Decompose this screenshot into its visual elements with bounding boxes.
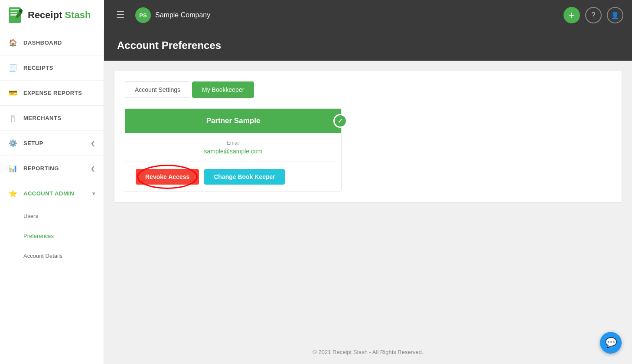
add-button[interactable]: +: [564, 7, 580, 23]
bookkeeper-name: Partner Sample: [206, 117, 261, 125]
sidebar-item-reporting[interactable]: 📊 REPORTING ❮: [0, 156, 104, 181]
sidebar-sub-preferences[interactable]: Preferences: [0, 226, 104, 246]
sidebar-label-dashboard: DASHBOARD: [23, 39, 62, 46]
setup-icon: ⚙️: [9, 139, 17, 147]
tab-my-bookkeeper[interactable]: My Bookkeeper: [192, 81, 254, 98]
content-header: Account Preferences: [104, 30, 632, 61]
sidebar-label-setup: SETUP: [23, 140, 43, 146]
email-value: sample@sample.com: [136, 148, 331, 155]
logo-text: Receipt Stash: [28, 10, 91, 21]
sidebar-label-merchants: MERCHANTS: [23, 115, 62, 121]
profile-button[interactable]: 👤: [607, 7, 623, 23]
sidebar-label-account-details: Account Details: [23, 253, 62, 259]
reporting-icon: 📊: [9, 164, 17, 172]
bookkeeper-email-section: Email sample@sample.com: [125, 133, 341, 162]
sidebar-item-expense-reports[interactable]: 💳 EXPENSE REPORTS: [0, 81, 104, 106]
main-layout: 🏠 DASHBOARD 🧾 RECEIPTS 💳 EXPENSE REPORTS…: [0, 30, 632, 364]
receipts-icon: 🧾: [9, 64, 17, 72]
chat-button[interactable]: 💬: [600, 332, 622, 354]
expense-reports-icon: 💳: [9, 89, 17, 97]
sidebar-sub-account-details[interactable]: Account Details: [0, 246, 104, 266]
svg-point-5: [19, 9, 23, 13]
sidebar-item-dashboard[interactable]: 🏠 DASHBOARD: [0, 30, 104, 55]
svg-rect-1: [10, 9, 19, 10]
sidebar-label-receipts: RECEIPTS: [23, 65, 53, 71]
bookkeeper-actions: Revoke Access Change Book Keeper: [125, 162, 341, 192]
footer: © 2021 Receipt Stash - All Rights Reserv…: [104, 340, 632, 364]
sidebar-label-preferences: Preferences: [23, 233, 54, 239]
tab-bar: Account Settings My Bookkeeper: [125, 81, 611, 98]
logo-stash: Stash: [65, 10, 91, 20]
reporting-arrow: ❮: [91, 166, 95, 172]
bookkeeper-card: Partner Sample ✓ Email sample@sample.com…: [125, 108, 342, 192]
page-title: Account Preferences: [117, 39, 221, 52]
revoke-access-button[interactable]: Revoke Access: [136, 169, 199, 185]
content-body: Account Settings My Bookkeeper Partner S…: [104, 61, 632, 340]
hamburger-button[interactable]: ☰: [113, 7, 128, 23]
setup-arrow: ❮: [91, 140, 95, 146]
sidebar-sub-users[interactable]: Users: [0, 206, 104, 226]
company-avatar: PS: [135, 7, 151, 23]
bookkeeper-section: Partner Sample ✓ Email sample@sample.com…: [125, 108, 342, 192]
sidebar-label-reporting: REPORTING: [23, 165, 59, 172]
logo-receipt: Receipt: [28, 10, 62, 20]
sidebar-label-account-admin: ACCOUNT ADMIN: [23, 190, 74, 197]
main-card: Account Settings My Bookkeeper Partner S…: [114, 71, 622, 202]
sidebar-item-merchants[interactable]: 🍴 MERCHANTS: [0, 106, 104, 131]
sidebar-item-account-admin[interactable]: ⭐ ACCOUNT ADMIN ▾: [0, 181, 104, 206]
sidebar-label-expense-reports: EXPENSE REPORTS: [23, 90, 82, 96]
tab-account-settings[interactable]: Account Settings: [125, 81, 190, 98]
company-name: Sample Company: [155, 11, 210, 19]
sidebar-item-setup[interactable]: ⚙️ SETUP ❮: [0, 131, 104, 156]
merchants-icon: 🍴: [9, 114, 17, 122]
help-button[interactable]: ?: [585, 7, 602, 23]
check-badge: ✓: [333, 114, 347, 128]
account-admin-icon: ⭐: [9, 189, 17, 198]
sidebar-item-receipts[interactable]: 🧾 RECEIPTS: [0, 55, 104, 81]
email-label: Email: [136, 140, 331, 146]
logo-area: Receipt Stash: [0, 0, 104, 30]
top-header: Receipt Stash ☰ PS Sample Company + ? 👤: [0, 0, 632, 30]
svg-rect-2: [10, 12, 17, 13]
sidebar: 🏠 DASHBOARD 🧾 RECEIPTS 💳 EXPENSE REPORTS…: [0, 30, 104, 364]
footer-text: © 2021 Receipt Stash - All Rights Reserv…: [313, 349, 423, 355]
account-admin-arrow: ▾: [92, 191, 95, 197]
logo-icon: [7, 6, 24, 24]
content-area: Account Preferences Account Settings My …: [104, 30, 632, 364]
sidebar-label-users: Users: [23, 213, 38, 219]
revoke-btn-wrapper: Revoke Access: [136, 169, 199, 185]
header-right: ☰ PS Sample Company + ? 👤: [104, 7, 632, 23]
dashboard-icon: 🏠: [9, 39, 17, 47]
bookkeeper-name-bar: Partner Sample ✓: [125, 109, 341, 133]
header-actions: + ? 👤: [564, 7, 623, 23]
change-bookkeeper-button[interactable]: Change Book Keeper: [204, 169, 285, 185]
